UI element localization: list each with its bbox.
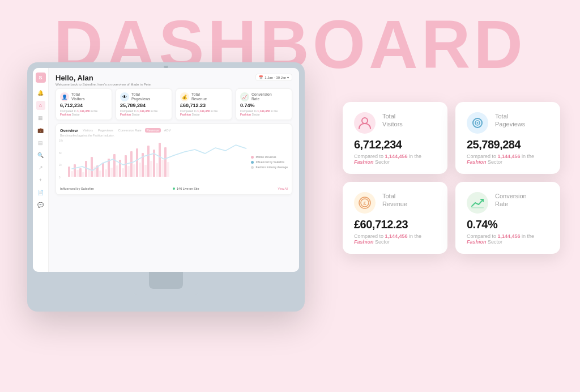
float-revenue-compare: Compared to 1,144,456 in the Fashion Sec… <box>354 233 436 245</box>
visitors-compare: Compared to 1,144,456 in the Fashion Sec… <box>60 109 108 116</box>
sidebar-logo: S <box>36 73 46 83</box>
date-range-label: 1 Jan - 30 Jan ▾ <box>265 75 289 79</box>
conversion-compare: Compared to 1,144,456 in the Fashion Sec… <box>240 109 288 116</box>
monitor: S 🔔 ⌂ ▦ 💼 ▤ 🔍 ↗ + 📄 💬 Hello, Alan Welcom… <box>27 62 305 329</box>
chart-footer: Influenced by Salesfire 146 Live on Site… <box>60 187 288 190</box>
monitor-base <box>132 289 200 295</box>
chart-area: Overview Visitors Pageviews Conversion R… <box>56 123 292 195</box>
float-revenue-value: £60,712.23 <box>354 218 436 231</box>
float-visitors-compare: Compared to 1,144,456 in the Fashion Sec… <box>354 154 436 165</box>
view-all-link[interactable]: View All <box>278 187 288 190</box>
revenue-label: TotalRevenue <box>191 92 207 101</box>
greeting-title: Hello, Alan <box>56 74 151 82</box>
float-revenue-icon: £ <box>354 192 376 214</box>
tab-revenue[interactable]: Revenue <box>145 128 161 133</box>
sidebar-icon-plus[interactable]: + <box>36 176 45 185</box>
float-card-pageviews: TotalPageviews 25,789,284 Compared to 1,… <box>455 102 560 174</box>
pageviews-icon: 👁 <box>120 92 129 101</box>
svg-text:£: £ <box>363 201 366 206</box>
sidebar-icon-trending[interactable]: ↗ <box>36 163 45 172</box>
float-card-revenue: £ TotalRevenue £60,712.23 Compared to 1,… <box>343 182 447 254</box>
float-conversion-icon <box>467 192 488 214</box>
svg-point-3 <box>477 122 479 124</box>
float-visitors-icon <box>354 112 376 134</box>
conversion-value: 0.74% <box>240 103 288 108</box>
stat-card-revenue: 💰 TotalRevenue £60,712.23 Compared to 1,… <box>176 88 232 120</box>
conversion-icon: 📈 <box>240 92 249 101</box>
float-card-visitors: TotalVisitors 6,712,234 Compared to 1,14… <box>343 102 447 174</box>
float-conversion-label: ConversionRate <box>495 192 527 208</box>
sidebar-icon-file[interactable]: 📄 <box>36 188 45 197</box>
main-content: Hello, Alan Welcome back to Salesfire, h… <box>49 68 299 272</box>
float-pageviews-icon <box>467 112 488 134</box>
floating-cards: TotalVisitors 6,712,234 Compared to 1,14… <box>343 102 560 254</box>
sidebar-icon-briefcase[interactable]: 💼 <box>36 126 45 135</box>
stat-card-visitors: 👤 TotalVisitors 6,712,234 Compared to 1,… <box>56 88 112 120</box>
chart-bars-container: 10k6k2k0 <box>60 139 248 185</box>
pageviews-compare: Compared to 1,144,456 in the Fashion Sec… <box>120 109 168 116</box>
float-conversion-value: 0.74% <box>467 218 549 231</box>
conversion-label: ConversionRate <box>251 92 272 101</box>
sidebar-icon-grid[interactable]: ▤ <box>36 138 45 147</box>
date-picker[interactable]: 📅 1 Jan - 30 Jan ▾ <box>255 74 292 81</box>
chart-subtitle: Benchmarked against the Fashion industry… <box>60 134 288 137</box>
sidebar-icon-bell[interactable]: 🔔 <box>36 88 45 97</box>
tab-aov[interactable]: AOV <box>163 128 173 133</box>
float-revenue-label: TotalRevenue <box>382 192 407 208</box>
live-dot <box>173 188 175 190</box>
sidebar-icon-home[interactable]: ⌂ <box>36 101 45 110</box>
greeting-subtitle: Welcome back to Salesfire, here's an ove… <box>56 83 151 86</box>
chart-title: Overview <box>60 129 78 133</box>
chart-legend: Mobile Revenue Influenced by Salesfire F… <box>251 139 288 185</box>
float-card-conversion: ConversionRate 0.74% Compared to 1,144,4… <box>455 182 560 254</box>
stats-row: 👤 TotalVisitors 6,712,234 Compared to 1,… <box>56 88 292 120</box>
calendar-icon: 📅 <box>259 75 263 79</box>
live-count: 146 Live on Site <box>177 187 199 190</box>
monitor-screen: S 🔔 ⌂ ▦ 💼 ▤ 🔍 ↗ + 📄 💬 Hello, Alan Welcom… <box>33 68 299 272</box>
influenced-label: Influenced by Salesfire <box>60 187 94 190</box>
pageviews-label: TotalPageviews <box>131 92 150 101</box>
float-visitors-label: TotalVisitors <box>382 112 403 129</box>
visitors-value: 6,712,234 <box>60 103 108 108</box>
svg-point-0 <box>362 118 368 123</box>
float-pageviews-label: TotalPageviews <box>495 112 525 129</box>
float-pageviews-value: 25,789,284 <box>467 138 549 151</box>
pageviews-value: 25,789,284 <box>120 103 168 108</box>
main-header: Hello, Alan Welcome back to Salesfire, h… <box>56 74 292 86</box>
float-pageviews-compare: Compared to 1,144,456 in the Fashion Sec… <box>467 154 549 165</box>
svg-rect-7 <box>471 207 484 208</box>
float-visitors-value: 6,712,234 <box>354 138 436 151</box>
stat-card-pageviews: 👁 TotalPageviews 25,789,284 Compared to … <box>116 88 172 120</box>
chart-tabs: Visitors Pageviews Conversion Rate Reven… <box>81 128 172 133</box>
float-conversion-compare: Compared to 1,144,456 in the Fashion Sec… <box>467 233 549 245</box>
sidebar-icon-chart[interactable]: ▦ <box>36 113 45 122</box>
y-axis: 10k6k2k0 <box>59 139 63 179</box>
visitors-icon: 👤 <box>60 92 69 101</box>
monitor-body: S 🔔 ⌂ ▦ 💼 ▤ 🔍 ↗ + 📄 💬 Hello, Alan Welcom… <box>27 62 305 312</box>
tab-conversion[interactable]: Conversion Rate <box>117 128 143 133</box>
revenue-icon: 💰 <box>180 92 189 101</box>
sidebar-icon-search[interactable]: 🔍 <box>36 151 45 160</box>
stat-card-conversion: 📈 ConversionRate 0.74% Compared to 1,144… <box>236 88 292 120</box>
monitor-notch <box>164 66 168 68</box>
sidebar-icon-message[interactable]: 💬 <box>36 201 45 210</box>
greeting-section: Hello, Alan Welcome back to Salesfire, h… <box>56 74 151 86</box>
sidebar: S 🔔 ⌂ ▦ 💼 ▤ 🔍 ↗ + 📄 💬 <box>33 68 49 272</box>
revenue-value: £60,712.23 <box>180 103 228 108</box>
chart-body: 10k6k2k0 <box>60 139 288 185</box>
live-badge: 146 Live on Site <box>173 187 199 190</box>
visitors-label: TotalVisitors <box>71 92 85 101</box>
revenue-compare: Compared to 1,144,456 in the Fashion Sec… <box>180 109 228 116</box>
monitor-stand <box>149 272 183 289</box>
tab-visitors[interactable]: Visitors <box>81 128 95 133</box>
tab-pageviews[interactable]: Pageviews <box>96 128 115 133</box>
